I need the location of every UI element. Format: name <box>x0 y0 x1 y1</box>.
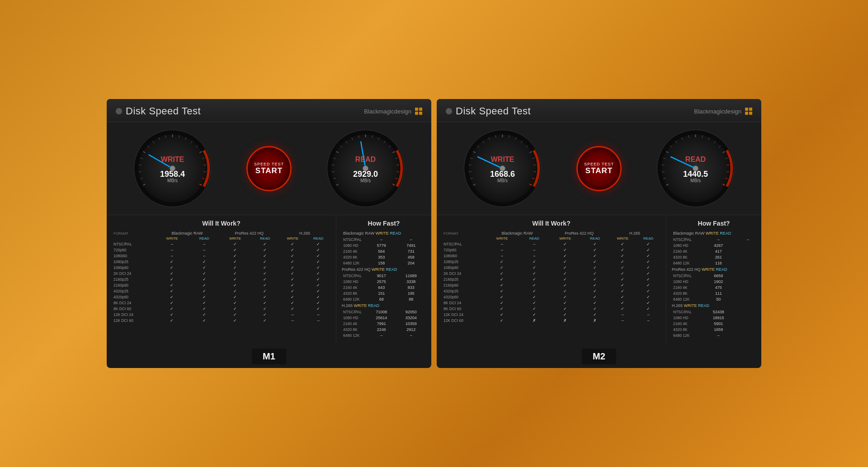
speed-read: – <box>396 236 426 242</box>
table-row: 12K DCI 60 ✓ ✗ ✗ ✗ – – <box>442 317 660 323</box>
format-cell: 4320p25 <box>442 288 485 294</box>
speed-read <box>741 326 756 332</box>
speed-format: 2160 4K <box>672 248 697 254</box>
pr-read-cell: ✓ <box>251 270 279 276</box>
speed-write: – <box>697 332 741 338</box>
speed-format: NTSC/PAL <box>342 309 367 315</box>
speed-read <box>741 278 756 284</box>
pr-read-cell: ✓ <box>581 247 609 253</box>
list-item: 1080 HD 5779 7491 <box>342 242 426 248</box>
bm-write-sub: WRITE <box>155 236 189 241</box>
svg-line-104 <box>726 172 729 172</box>
bm-read-cell: ✓ <box>189 311 219 317</box>
speed-format: 2160 4K <box>342 321 367 326</box>
h265-write-cell: ✓ <box>279 259 306 264</box>
h265-write-cell: ✓ <box>609 270 636 276</box>
bm-write-cell: – <box>485 247 519 253</box>
svg-point-111 <box>693 166 698 171</box>
bm-write-cell: ✓ <box>155 264 189 270</box>
h265-write-sub: WRITE <box>609 236 636 241</box>
panel-title: Disk Speed Test <box>456 105 531 117</box>
bm-read-cell: ✓ <box>189 294 219 300</box>
h265-write-cell: ✓ <box>609 259 636 264</box>
bm-write-cell: ✓ <box>155 282 189 288</box>
prores-header: ProRes 422 HQ <box>549 231 609 236</box>
h265-read-cell: ✓ <box>306 270 330 276</box>
pr-read-cell: ✓ <box>581 294 609 300</box>
bm-read-cell: ✓ <box>519 264 549 270</box>
bm-write-cell: ✓ <box>155 306 189 311</box>
format-cell: 1080p60 <box>112 264 155 270</box>
start-button[interactable]: SPEED TEST START <box>246 146 292 191</box>
speed-read: – <box>741 236 756 242</box>
speed-write: – <box>697 236 741 242</box>
table-row: 8K DCI 24 ✓ ✓ ✓ ✓ ✓ ✓ <box>442 300 660 306</box>
list-item: NTSC/PAL 52438 <box>672 309 756 315</box>
pr-read-cell: ✓ <box>581 282 609 288</box>
table-row: 2160p60 ✓ ✓ ✓ ✓ ✓ ✓ <box>442 282 660 288</box>
read-gauge: READ 1440.5 MB/s <box>656 129 735 208</box>
start-button[interactable]: SPEED TEST START <box>576 146 622 191</box>
speed-format: 1080 HD <box>342 315 367 321</box>
speed-read: 833 <box>396 284 426 290</box>
format-cell: 2K DCI 24 <box>112 270 155 276</box>
bm-read-cell: ✓ <box>189 276 219 282</box>
h265-write-cell: ✓ <box>279 276 306 282</box>
speed-write: 71008 <box>367 309 396 315</box>
bm-write-cell: ✓ <box>485 276 519 282</box>
h265-write-cell: ✓ <box>279 264 306 270</box>
format-cell: 4320p25 <box>112 288 155 294</box>
speed-read <box>741 260 756 266</box>
speed-read: 7491 <box>396 242 426 248</box>
list-item: 1080 HD 2575 3338 <box>342 278 426 284</box>
svg-point-55 <box>363 166 368 171</box>
empty-header <box>112 236 155 241</box>
pr-write-cell: ✓ <box>549 276 581 282</box>
format-cell: 1080i60 <box>112 253 155 259</box>
speed-write: 643 <box>367 284 396 290</box>
bm-raw-header: Blackmagic RAW <box>485 231 550 236</box>
svg-line-5 <box>139 165 142 165</box>
bm-read-cell: – <box>189 241 219 247</box>
pr-write-cell: ✓ <box>549 253 581 259</box>
pr-write-cell: ✓ <box>219 270 251 276</box>
h265-read-cell: – <box>306 317 330 323</box>
bm-write-cell: ✓ <box>485 306 519 311</box>
svg-line-88 <box>662 172 665 172</box>
pr-write-cell: ✓ <box>549 300 581 306</box>
h265-write-cell: ✓ <box>609 288 636 294</box>
table-row: 4320p60 ✓ ✓ ✓ ✓ ✓ ✓ <box>442 294 660 300</box>
close-button[interactable] <box>446 108 452 114</box>
list-item: NTSC/PAL – – <box>342 236 426 242</box>
format-cell: 8K DCI 60 <box>442 306 485 311</box>
h265-write-cell: ✓ <box>609 300 636 306</box>
pr-write-cell: ✓ <box>549 270 581 276</box>
list-item: 6480 12K 50 <box>672 296 756 302</box>
start-label: START <box>585 166 613 175</box>
format-cell: 12K DCI 24 <box>112 311 155 317</box>
h265-read-cell: ✓ <box>306 259 330 264</box>
speed-write: 18915 <box>697 315 741 321</box>
table-row: 720p60 – – ✓ ✓ ✓ ✓ <box>442 247 660 253</box>
svg-line-47 <box>396 165 399 165</box>
speed-write: 2575 <box>367 278 396 284</box>
h265-read-cell: ✓ <box>636 294 660 300</box>
speed-read: – <box>396 332 426 338</box>
h265-write-sub: WRITE <box>279 236 306 241</box>
bm-read-cell: – <box>189 247 219 253</box>
speed-read <box>741 321 756 326</box>
speed-format: 6480 12K <box>672 296 697 302</box>
pr-read-cell: ✓ <box>581 288 609 294</box>
list-item: NTSC/PAL 6659 <box>672 273 756 278</box>
format-cell: NTSC/PAL <box>112 241 155 247</box>
speed-write: 111 <box>697 290 741 296</box>
speed-format: 4320 8K <box>342 254 367 260</box>
svg-line-89 <box>662 165 665 165</box>
list-item: 2160 4K 7991 10359 <box>342 321 426 326</box>
table-row: 2K DCI 24 ✓ ✓ ✓ ✓ ✓ ✓ <box>112 270 330 276</box>
pr-write-cell: ✓ <box>219 311 251 317</box>
will-it-work-section: Will It Work? FORMAT Blackmagic RAW ProR… <box>107 215 336 343</box>
pr-read-cell: ✓ <box>251 264 279 270</box>
speed-format: 4320 8K <box>672 254 697 260</box>
close-button[interactable] <box>116 108 122 114</box>
